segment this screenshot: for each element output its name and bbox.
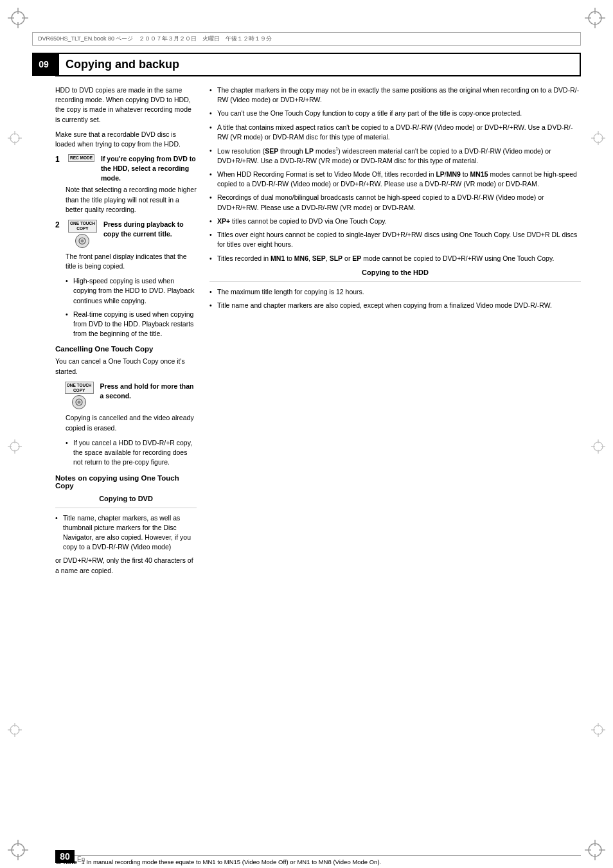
- right-bullet-8: Titles over eight hours cannot be copied…: [209, 230, 581, 249]
- copy-hdd-heading: Copying to the HDD: [209, 269, 581, 276]
- right-bullets: The chapter markers in the copy may not …: [209, 85, 581, 263]
- right-bullet-9: Titles recorded in MN1 to MN6, SEP, SLP …: [209, 254, 581, 263]
- right-bullet-6: Recordings of dual mono/bilingual broadc…: [209, 193, 581, 212]
- right-bullet-2: You can't use the One Touch Copy functio…: [209, 109, 581, 118]
- note-bar: 🗒 Note 1 In manual recording mode these …: [55, 855, 581, 868]
- svg-point-25: [10, 442, 19, 451]
- copy-dvd-bullet-1: Title name, chapter markers, as well as …: [55, 513, 197, 553]
- right-bullet-1: The chapter markers in the copy may not …: [209, 85, 581, 105]
- hdd-divider: [209, 281, 581, 282]
- step-1-number: 1: [55, 155, 66, 164]
- right-bullet-4: Low resolution (SEP through LP modes1) w…: [209, 146, 581, 166]
- cancel-heading: Cancelling One Touch Copy: [55, 345, 197, 353]
- svg-point-35: [594, 134, 603, 143]
- step-1-note: Note that selecting a recording mode hig…: [66, 185, 197, 215]
- copy-dvd-bullets: Title name, chapter markers, as well as …: [55, 513, 197, 553]
- svg-point-40: [594, 442, 603, 451]
- step-2: 2 ONE TOUCHCOPY Press during playback to…: [55, 220, 197, 248]
- svg-point-30: [10, 725, 19, 734]
- chapter-badge: 09: [32, 53, 55, 76]
- notes-heading: Notes on copying using One Touch Copy: [55, 474, 197, 490]
- svg-point-51: [81, 239, 84, 242]
- cancel-bullet-1: If you cancel a HDD to DVD-R/+R copy, th…: [66, 438, 197, 468]
- right-bullet-7: XP+ titles cannot be copied to DVD via O…: [209, 217, 581, 226]
- svg-point-53: [78, 401, 81, 404]
- corner-mark-bl: [5, 837, 31, 863]
- main-content: Copying and backup HDD to DVD copies are…: [55, 53, 581, 829]
- svg-point-45: [594, 725, 603, 734]
- hdd-bullet-2: Title name and chapter markers are also …: [209, 301, 581, 310]
- two-column-layout: HDD to DVD copies are made in the same r…: [55, 85, 581, 581]
- copy-dvd-cont: or DVD+R/+RW, only the first 40 characte…: [55, 556, 197, 575]
- right-bullet-3: A title that contains mixed aspect ratio…: [209, 123, 581, 142]
- one-touch-copy-icon-step2: ONE TOUCHCOPY: [68, 220, 97, 248]
- note-text: 1 In manual recording mode these equate …: [81, 858, 381, 865]
- intro-text-1: HDD to DVD copies are made in the same r…: [55, 85, 197, 125]
- side-mark-right-bot: [589, 720, 608, 740]
- copy-to-dvd-heading: Copying to DVD: [55, 495, 197, 502]
- step-2-text: Press during playback to copy the curren…: [103, 220, 197, 238]
- step-2-number: 2: [55, 220, 66, 229]
- step-1: 1 REC MODE If you're copying from DVD to…: [55, 154, 197, 182]
- side-mark-left-top: [5, 128, 24, 148]
- left-column: HDD to DVD copies are made in the same r…: [55, 85, 197, 581]
- page-lang: En: [77, 856, 85, 863]
- step-2-sub-note: The front panel display indicates that t…: [66, 252, 197, 271]
- cancel-bullets: If you cancel a HDD to DVD-R/+R copy, th…: [66, 438, 197, 468]
- corner-mark-tr: [582, 5, 608, 31]
- right-column: The chapter markers in the copy may not …: [209, 85, 581, 581]
- step-2-bullet-1: High-speed copying is used when copying …: [66, 276, 197, 306]
- intro-text-2: Make sure that a recordable DVD disc is …: [55, 130, 197, 149]
- corner-mark-br: [582, 837, 608, 863]
- page-title: Copying and backup: [55, 53, 581, 76]
- dvd-divider: [55, 508, 197, 508]
- chapter-number: 09: [39, 59, 49, 69]
- step-2-bullet-2: Real-time copying is used when copying f…: [66, 310, 197, 339]
- corner-mark-tl: [5, 5, 31, 31]
- step-2-bullets: High-speed copying is used when copying …: [66, 276, 197, 339]
- one-touch-copy-icon-cancel: ONE TOUCHCOPY: [65, 382, 94, 410]
- header-bar: DVR650HS_TLT_EN.book 80 ページ ２００７年３月２０日 火…: [32, 32, 581, 46]
- side-mark-left-mid: [5, 437, 24, 456]
- cancel-intro: You can cancel a One Touch Copy once it'…: [55, 357, 197, 376]
- side-mark-right-mid: [589, 437, 608, 456]
- cancel-step-text: Press and hold for more than a second.: [100, 382, 197, 400]
- hdd-bullets: The maximum title length for copying is …: [209, 287, 581, 310]
- cancel-step: ONE TOUCHCOPY Press and hold for more th…: [55, 382, 197, 410]
- header-text: DVR650HS_TLT_EN.book 80 ページ ２００７年３月２０日 火…: [38, 35, 272, 42]
- copy-button-icon-step2: [75, 234, 89, 248]
- hdd-bullet-1: The maximum title length for copying is …: [209, 287, 581, 297]
- side-mark-left-bot: [5, 720, 24, 740]
- cancel-sub-note: Copying is cancelled and the video alrea…: [66, 413, 197, 432]
- rec-mode-icon: REC MODE: [68, 154, 94, 162]
- right-bullet-5: When HDD Recording Format is set to Vide…: [209, 170, 581, 189]
- svg-point-20: [10, 134, 19, 143]
- page-number: 80: [55, 850, 75, 863]
- copy-button-icon-cancel: [72, 395, 86, 409]
- step-1-text: If you're copying from DVD to the HDD, s…: [101, 154, 197, 182]
- side-mark-right-top: [589, 128, 608, 148]
